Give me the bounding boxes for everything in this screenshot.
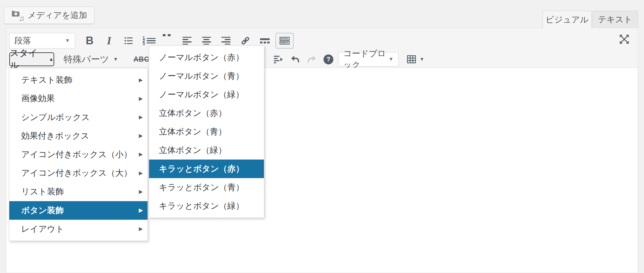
button-decoration-submenu: ノーマルボタン（赤） ノーマルボタン（青） ノーマルボタン（緑） 立体ボタン（赤… (149, 46, 264, 218)
special-parts-label: 特殊パーツ (64, 53, 109, 66)
wordpress-editor-page: { "glyphs": { "caret_down": "▼", "caret_… (0, 0, 644, 273)
fullscreen-button[interactable] (619, 34, 630, 45)
paragraph-format-dropdown[interactable]: 段落 ▼ (9, 33, 75, 48)
editor-toolbar: 段落 ▼ B I 1 2 3 “ (6, 28, 638, 68)
submenu-item-3d-button-red[interactable]: 立体ボタン（赤） (149, 104, 264, 122)
keyboard-icon (280, 37, 290, 45)
menu-item-label: ボタン装飾 (21, 205, 64, 216)
submenu-arrow-icon: ▶ (139, 189, 143, 195)
add-media-label: メディアを追加 (28, 10, 87, 21)
submenu-arrow-icon: ▶ (139, 77, 143, 83)
tab-text-label: テキスト (598, 14, 632, 25)
music-note-icon: ♫ (19, 14, 25, 23)
paragraph-format-value: 段落 (14, 35, 31, 46)
undo-button[interactable] (290, 54, 300, 64)
menu-item-label: レイアウト (21, 223, 64, 235)
menu-item-label: キラッとボタン（青） (159, 182, 244, 193)
menu-item-label: シンプルボックス (21, 112, 90, 123)
submenu-arrow-icon: ▶ (139, 226, 143, 232)
menu-item-label: ノーマルボタン（赤） (159, 52, 244, 63)
menu-item-label: 立体ボタン（緑） (159, 145, 227, 156)
italic-button[interactable]: I (99, 33, 119, 48)
submenu-arrow-icon: ▶ (139, 114, 143, 120)
submenu-arrow-icon: ▶ (139, 151, 143, 157)
table-button[interactable] (406, 54, 417, 64)
media-icon: ♫ (11, 10, 24, 21)
special-parts-dropdown-button[interactable]: 特殊パーツ ▼ (61, 53, 120, 66)
link-icon (241, 36, 250, 46)
submenu-arrow-icon: ▶ (139, 133, 143, 139)
menu-item-label: アイコン付きボックス（小） (21, 149, 132, 160)
style-menu-item-text-decoration[interactable]: テキスト装飾 ▶ (9, 71, 148, 89)
read-more-icon (260, 38, 270, 43)
menu-item-label: キラッとボタン（赤） (159, 163, 244, 175)
style-menu-item-list-decoration[interactable]: リスト装飾 ▶ (9, 182, 148, 201)
style-menu-item-icon-box-small[interactable]: アイコン付きボックス（小） ▶ (9, 145, 148, 164)
chevron-down-icon: ▼ (113, 57, 118, 62)
submenu-item-3d-button-green[interactable]: 立体ボタン（緑） (149, 141, 264, 160)
table-icon (406, 54, 417, 64)
fullscreen-icon (619, 34, 630, 45)
bulleted-list-button[interactable] (119, 33, 138, 48)
style-menu-item-layout[interactable]: レイアウト ▶ (9, 220, 148, 238)
submenu-item-shiny-button-red[interactable]: キラッとボタン（赤） (149, 160, 264, 178)
menu-item-label: 画像効果 (21, 93, 55, 104)
submenu-item-3d-button-blue[interactable]: 立体ボタン（青） (149, 122, 264, 141)
submenu-arrow-icon: ▶ (139, 207, 143, 213)
style-dropdown-menu: テキスト装飾 ▶ 画像効果 ▶ シンプルボックス ▶ 効果付きボックス ▶ アイ… (9, 68, 148, 241)
menu-item-label: 効果付きボックス (21, 130, 89, 142)
add-media-button[interactable]: ♫ メディアを追加 (4, 7, 95, 24)
chevron-down-icon: ▼ (388, 56, 394, 62)
style-menu-item-simple-box[interactable]: シンプルボックス ▶ (9, 108, 148, 126)
tab-text[interactable]: テキスト (592, 11, 638, 28)
table-chevron-down-icon[interactable]: ▼ (420, 57, 424, 62)
undo-icon (290, 55, 300, 63)
redo-icon (307, 55, 317, 63)
menu-item-label: キラッとボタン（緑） (159, 200, 244, 212)
submenu-item-shiny-button-blue[interactable]: キラッとボタン（青） (149, 178, 264, 197)
bold-icon: B (86, 34, 94, 47)
menu-item-label: ノーマルボタン（緑） (159, 89, 244, 100)
toolbar-toggle-button[interactable] (276, 33, 294, 48)
tab-visual-label: ビジュアル (546, 14, 588, 25)
submenu-item-shiny-button-green[interactable]: キラッとボタン（緑） (149, 197, 264, 215)
menu-item-label: ノーマルボタン（青） (159, 70, 244, 82)
indent-button[interactable] (273, 54, 283, 64)
align-center-icon (202, 37, 211, 45)
style-dropdown-button[interactable]: スタイル ▲ (9, 52, 54, 66)
align-left-icon (183, 37, 192, 45)
bold-button[interactable]: B (80, 33, 99, 48)
style-menu-item-effect-box[interactable]: 効果付きボックス ▶ (9, 127, 148, 145)
menu-item-label: アイコン付きボックス（大） (21, 167, 132, 179)
style-menu-item-button-decoration[interactable]: ボタン装飾 ▶ (9, 201, 148, 220)
italic-icon: I (107, 34, 111, 47)
align-right-icon (221, 37, 230, 45)
menu-item-label: 立体ボタン（赤） (159, 107, 227, 119)
submenu-item-normal-button-green[interactable]: ノーマルボタン（緑） (149, 85, 264, 104)
indent-icon (274, 55, 283, 63)
submenu-arrow-icon: ▶ (139, 95, 143, 102)
submenu-item-normal-button-red[interactable]: ノーマルボタン（赤） (149, 48, 264, 67)
codeblock-value: コードブロック (343, 48, 388, 71)
bulleted-list-icon (124, 37, 133, 45)
numbered-list-icon: 1 2 3 (143, 36, 154, 45)
tab-visual[interactable]: ビジュアル (543, 11, 592, 28)
chevron-down-icon: ▼ (65, 38, 70, 44)
menu-item-label: テキスト装飾 (21, 74, 72, 86)
submenu-arrow-icon: ▶ (139, 170, 143, 176)
question-icon: ? (326, 55, 330, 63)
menu-item-label: 立体ボタン（青） (159, 126, 227, 137)
strikethrough-button[interactable]: ABC (132, 55, 151, 63)
menu-item-label: リスト装飾 (21, 186, 64, 197)
chevron-up-icon: ▲ (49, 57, 54, 62)
codeblock-dropdown[interactable]: コードブロック ▼ (338, 52, 399, 66)
style-menu-item-icon-box-large[interactable]: アイコン付きボックス（大） ▶ (9, 164, 148, 182)
submenu-item-normal-button-blue[interactable]: ノーマルボタン（青） (149, 67, 264, 85)
help-button[interactable]: ? (323, 54, 333, 64)
style-menu-item-image-effects[interactable]: 画像効果 ▶ (9, 89, 148, 108)
redo-button[interactable] (307, 54, 317, 64)
